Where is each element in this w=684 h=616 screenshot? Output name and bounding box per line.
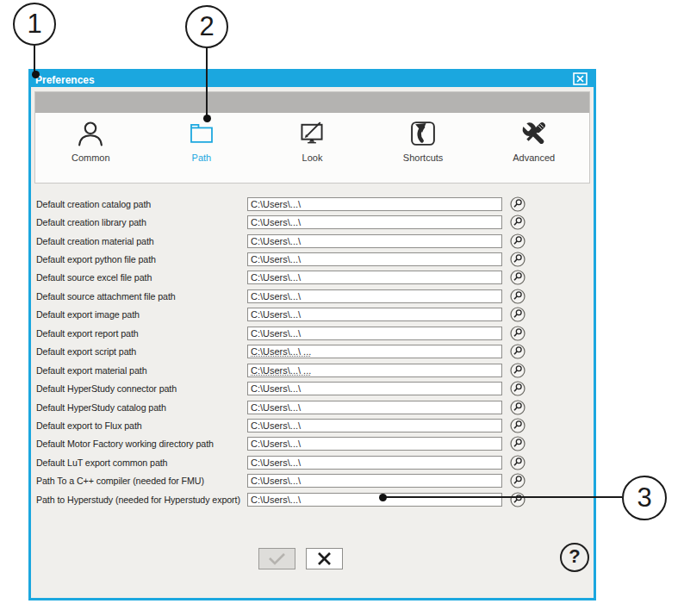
ok-button[interactable] bbox=[258, 548, 295, 569]
browse-button[interactable] bbox=[510, 418, 525, 433]
path-input[interactable] bbox=[247, 327, 502, 340]
tools-icon bbox=[520, 120, 548, 147]
callout-1-dot bbox=[32, 71, 40, 78]
path-input[interactable] bbox=[247, 401, 502, 414]
setting-label: Path To a C++ compiler (needed for FMU) bbox=[36, 476, 247, 486]
magnifier-icon bbox=[510, 307, 525, 322]
settings-row: Path to Hyperstudy (needed for Hyperstud… bbox=[31, 490, 594, 508]
browse-button[interactable] bbox=[510, 381, 525, 396]
tab-look[interactable]: Look bbox=[257, 113, 368, 183]
settings-row: Default creation library path bbox=[31, 213, 594, 231]
browse-button[interactable] bbox=[510, 492, 525, 507]
path-input[interactable] bbox=[247, 382, 502, 395]
folder-icon bbox=[188, 120, 215, 147]
magnifier-icon bbox=[510, 455, 525, 470]
browse-button[interactable] bbox=[510, 344, 525, 359]
settings-row: Path To a C++ compiler (needed for FMU) bbox=[31, 472, 594, 490]
browse-button[interactable] bbox=[510, 270, 525, 285]
magnifier-icon bbox=[510, 270, 525, 285]
path-input[interactable] bbox=[247, 271, 502, 284]
preferences-dialog: Preferences Common Path Look Shortcuts A… bbox=[28, 69, 596, 600]
path-input[interactable] bbox=[247, 456, 502, 470]
path-input[interactable] bbox=[247, 289, 502, 303]
magnifier-icon bbox=[510, 215, 525, 230]
browse-button[interactable] bbox=[510, 473, 525, 488]
cancel-button[interactable] bbox=[306, 548, 343, 569]
window-title: Preferences bbox=[31, 72, 95, 88]
magnifier-icon bbox=[510, 436, 525, 451]
settings-row: Default source excel file path bbox=[31, 269, 594, 287]
settings-row: Default creation catalog path bbox=[31, 195, 594, 213]
help-button[interactable]: ? bbox=[560, 543, 589, 572]
close-button[interactable] bbox=[573, 72, 588, 85]
browse-button[interactable] bbox=[510, 215, 525, 230]
magnifier-icon bbox=[510, 381, 525, 396]
browse-button[interactable] bbox=[510, 252, 525, 267]
shortcut-arrow-icon bbox=[409, 120, 437, 147]
setting-label: Default creation catalog path bbox=[36, 199, 247, 209]
path-input[interactable] bbox=[247, 437, 502, 451]
settings-row: Default export to Flux path bbox=[31, 416, 594, 434]
magnifier-icon bbox=[510, 326, 525, 341]
browse-button[interactable] bbox=[510, 307, 525, 322]
x-icon bbox=[307, 549, 342, 569]
setting-label: Default export material path bbox=[36, 365, 247, 376]
setting-label: Default source attachment file path bbox=[36, 291, 247, 302]
browse-button[interactable] bbox=[510, 196, 525, 212]
browse-button[interactable] bbox=[510, 233, 525, 249]
settings-row: Default export report path bbox=[31, 324, 594, 342]
browse-button[interactable] bbox=[510, 326, 525, 341]
path-input[interactable] bbox=[247, 493, 502, 507]
path-input[interactable] bbox=[247, 474, 502, 488]
setting-label: Default export python file path bbox=[36, 254, 247, 264]
setting-label: Default Motor Factory working directory … bbox=[36, 439, 247, 449]
magnifier-icon bbox=[510, 289, 525, 304]
setting-label: Default creation material path bbox=[36, 236, 247, 246]
magnifier-icon bbox=[510, 344, 525, 359]
settings-list: Default creation catalog path Default cr… bbox=[31, 195, 594, 508]
tab-shortcuts[interactable]: Shortcuts bbox=[368, 113, 479, 183]
magnifier-icon bbox=[510, 473, 525, 488]
setting-label: Default export report path bbox=[36, 328, 247, 339]
tab-toolbar: Common Path Look Shortcuts Advanced bbox=[34, 91, 590, 184]
setting-label: Default HyperStudy catalog path bbox=[36, 402, 247, 413]
magnifier-icon bbox=[510, 492, 525, 507]
path-input[interactable] bbox=[247, 234, 502, 248]
toolbar-gray-strip bbox=[35, 92, 589, 113]
browse-button[interactable] bbox=[510, 400, 525, 415]
magnifier-icon bbox=[510, 418, 525, 433]
browse-button[interactable] bbox=[510, 289, 525, 304]
tab-advanced[interactable]: Advanced bbox=[478, 113, 589, 183]
callout-2-dot bbox=[203, 115, 211, 122]
path-input[interactable] bbox=[247, 308, 502, 321]
magnifier-icon bbox=[510, 363, 525, 378]
browse-button[interactable] bbox=[510, 455, 525, 470]
path-input[interactable] bbox=[247, 197, 502, 211]
settings-row: Default LuT export common path bbox=[31, 453, 594, 471]
callout-2-badge: 2 bbox=[185, 5, 228, 48]
tab-common[interactable]: Common bbox=[35, 113, 146, 183]
tab-path[interactable]: Path bbox=[146, 113, 258, 183]
settings-row: Default export script path bbox=[31, 343, 594, 361]
path-input[interactable] bbox=[247, 419, 502, 432]
settings-row: Default HyperStudy catalog path bbox=[31, 398, 594, 416]
close-icon bbox=[573, 72, 588, 85]
setting-label: Default HyperStudy connector path bbox=[36, 383, 247, 394]
path-input[interactable] bbox=[247, 252, 502, 266]
callout-3-line bbox=[386, 496, 622, 498]
titlebar[interactable]: Preferences bbox=[31, 72, 594, 87]
path-input[interactable] bbox=[247, 345, 502, 358]
settings-row: Default export python file path bbox=[31, 250, 594, 268]
callout-3-badge: 3 bbox=[622, 476, 667, 520]
setting-label: Default export image path bbox=[36, 309, 247, 320]
setting-label: Default LuT export common path bbox=[36, 457, 247, 468]
path-input[interactable] bbox=[247, 215, 502, 229]
display-edit-icon bbox=[298, 120, 326, 147]
settings-row: Default HyperStudy connector path bbox=[31, 379, 594, 397]
path-input[interactable] bbox=[247, 364, 502, 377]
browse-button[interactable] bbox=[510, 363, 525, 378]
setting-label: Path to Hyperstudy (needed for Hyperstud… bbox=[36, 495, 247, 505]
callout-3-dot bbox=[379, 494, 387, 501]
settings-row: Default creation material path bbox=[31, 232, 594, 250]
browse-button[interactable] bbox=[510, 436, 525, 451]
